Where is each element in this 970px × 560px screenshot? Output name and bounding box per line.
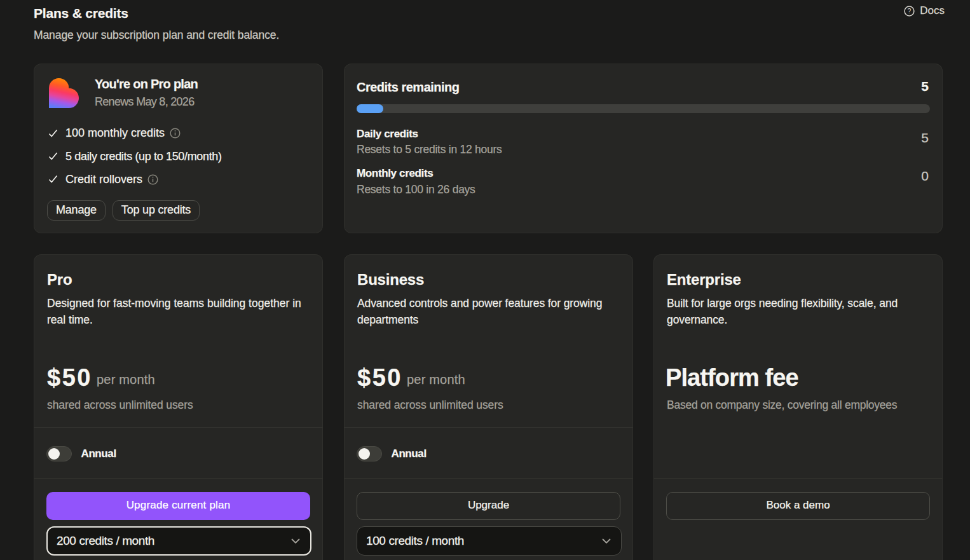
svg-text:?: ? xyxy=(908,7,912,15)
